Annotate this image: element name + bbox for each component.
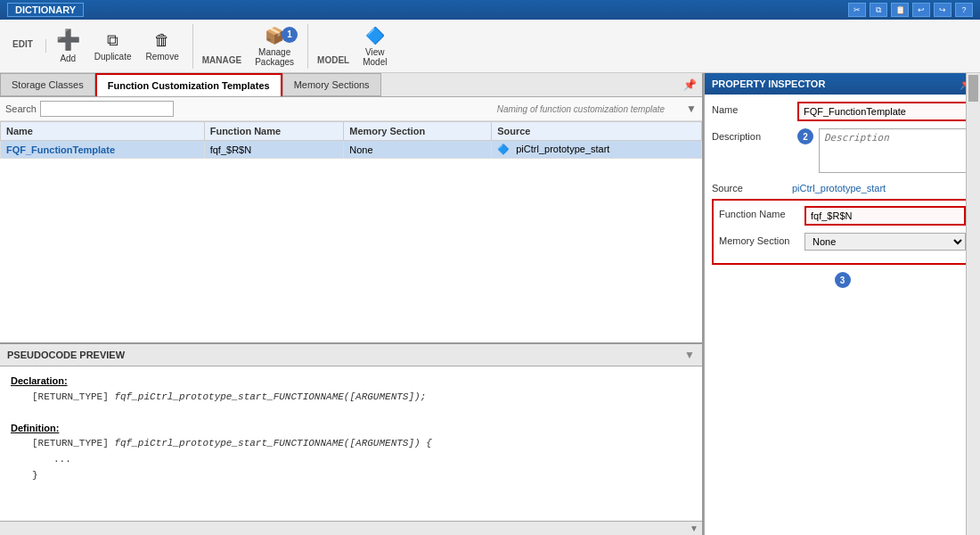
copy-button[interactable]: ⧉: [870, 3, 887, 17]
cut-button[interactable]: ✂: [848, 3, 866, 17]
source-display-value: piCtrl_prototype_start: [792, 183, 886, 193]
main-container: Storage Classes Function Customization T…: [0, 73, 980, 535]
function-memory-group: Function Name Memory Section None Sectio…: [712, 199, 973, 265]
function-name-input[interactable]: [804, 206, 966, 226]
definition-italic: fqf_piCtrl_prototype_start_FUNCTIONNAME(…: [114, 438, 431, 449]
redo-button[interactable]: ↪: [934, 3, 951, 17]
search-input[interactable]: [40, 101, 174, 117]
cell-function-name: fqf_$R$N: [204, 141, 344, 159]
pseudocode-content: Declaration: [RETURN_TYPE] fqf_piCtrl_pr…: [0, 366, 702, 490]
pseudocode-title: PSEUDOCODE PREVIEW: [7, 350, 125, 360]
memory-section-label: Memory Section: [719, 233, 799, 246]
table-row[interactable]: FQF_FunctionTemplate fqf_$R$N None 🔷 piC…: [1, 141, 702, 159]
left-panel: Storage Classes Function Customization T…: [0, 73, 704, 535]
scrollbar-thumb[interactable]: [968, 75, 978, 102]
view-model-label: ViewModel: [363, 47, 387, 67]
tab-bar: Storage Classes Function Customization T…: [0, 73, 702, 97]
right-scrollbar[interactable]: [966, 73, 980, 535]
title-bar-left: DICTIONARY: [7, 3, 84, 17]
tab-memory-sections[interactable]: Memory Sections: [282, 73, 381, 96]
right-panel: PROPERTY INSPECTOR 📌 Name Description 2: [704, 73, 980, 535]
app-title: DICTIONARY: [7, 3, 84, 17]
title-bar: DICTIONARY ✂ ⧉ 📋 ↩ ↪ ?: [0, 0, 980, 20]
col-header-memory-section: Memory Section: [344, 122, 492, 141]
col-header-function-name: Function Name: [204, 122, 344, 141]
model-group: MODEL 🔷 ViewModel: [312, 24, 400, 69]
bottom-bar: ▼: [0, 521, 702, 535]
search-bar: Search Naming of function customization …: [0, 97, 702, 121]
source-icon: 🔷: [497, 144, 510, 154]
naming-hint: Naming of function customization templat…: [497, 104, 682, 114]
tab-storage-classes[interactable]: Storage Classes: [0, 73, 95, 96]
declaration-label: Declaration:: [11, 375, 68, 386]
memory-section-select[interactable]: None Section1 Section2: [804, 233, 966, 251]
badge-3: 3: [835, 272, 851, 288]
remove-label: Remove: [145, 52, 178, 62]
description-row: Description 2: [712, 128, 973, 176]
duplicate-icon: ⧉: [107, 31, 118, 50]
tab-storage-classes-label: Storage Classes: [12, 79, 84, 90]
collapse-icon[interactable]: ▼: [684, 349, 695, 361]
tab-memory-sections-label: Memory Sections: [294, 79, 370, 90]
tab-function-customization[interactable]: Function Customization Templates: [95, 73, 282, 96]
definition-line1: [RETURN_TYPE] fqf_piCtrl_prototype_start…: [32, 436, 691, 452]
description-value-container: [819, 128, 973, 176]
badge-2: 2: [797, 128, 813, 144]
actions-group: ➕ Add ⧉ Duplicate 🗑 Remove: [50, 24, 193, 69]
cell-source: 🔷 piCtrl_prototype_start: [492, 141, 702, 159]
description-textarea[interactable]: [819, 128, 973, 173]
add-label: Add: [60, 54, 76, 63]
duplicate-label: Duplicate: [94, 52, 132, 62]
duplicate-button[interactable]: ⧉ Duplicate: [88, 24, 138, 69]
manage-packages-label: ManagePackages: [255, 47, 294, 67]
name-row: Name: [712, 102, 973, 121]
declaration-italic: fqf_piCtrl_prototype_start_FUNCTIONNAME(…: [114, 391, 426, 402]
function-name-row: Function Name: [719, 206, 966, 226]
remove-icon: 🗑: [154, 31, 170, 50]
search-options-icon[interactable]: ▼: [686, 103, 697, 115]
paste-button[interactable]: 📋: [891, 3, 909, 17]
description-label: Description: [712, 128, 792, 142]
name-input[interactable]: [797, 102, 973, 121]
property-inspector-body: Name Description 2 Source piCtrl_prototy…: [705, 95, 980, 535]
name-label: Name: [712, 102, 792, 115]
col-header-name: Name: [1, 122, 205, 141]
memory-section-row: Memory Section None Section1 Section2: [719, 233, 966, 251]
definition-label: Definition:: [11, 423, 59, 433]
manage-label: MANAGE: [202, 55, 241, 69]
tab-function-customization-label: Function Customization Templates: [108, 80, 270, 91]
pseudocode-header: PSEUDOCODE PREVIEW ▼: [0, 344, 702, 366]
col-header-source: Source: [492, 122, 702, 141]
manage-packages-button[interactable]: 1 📦 ManagePackages: [249, 24, 300, 69]
add-button[interactable]: ➕ Add: [50, 24, 86, 69]
data-table: Name Function Name Memory Section Source…: [0, 121, 702, 159]
cell-memory-section: None: [344, 141, 492, 159]
function-name-value-container: [804, 206, 966, 226]
undo-button[interactable]: ↩: [912, 3, 930, 17]
definition-close: }: [32, 468, 691, 484]
view-model-button[interactable]: 🔷 ViewModel: [356, 24, 393, 69]
manage-group: MANAGE 1 📦 ManagePackages: [197, 24, 308, 69]
edit-group: EDIT: [7, 39, 46, 53]
definition-ellipsis: ...: [53, 452, 691, 468]
property-inspector-header: PROPERTY INSPECTOR 📌: [705, 73, 980, 95]
help-button[interactable]: ?: [955, 3, 973, 17]
view-model-icon: 🔷: [365, 26, 385, 45]
remove-button[interactable]: 🗑 Remove: [139, 24, 184, 69]
pseudocode-area: PSEUDOCODE PREVIEW ▼ Declaration: [RETUR…: [0, 342, 702, 521]
source-label: Source: [712, 183, 792, 193]
property-inspector-title: PROPERTY INSPECTOR: [712, 78, 825, 89]
table-container: Name Function Name Memory Section Source…: [0, 121, 702, 342]
badge-3-container: 3: [712, 272, 973, 288]
scroll-down-icon[interactable]: ▼: [690, 523, 698, 533]
source-value: piCtrl_prototype_start: [516, 144, 609, 154]
toolbar: EDIT ➕ Add ⧉ Duplicate 🗑 Remove MANAGE 1…: [0, 20, 980, 73]
model-label: MODEL: [317, 55, 349, 69]
memory-section-value-container: None Section1 Section2: [804, 233, 966, 251]
tab-pin-icon[interactable]: 📌: [678, 73, 702, 96]
badge-1: 1: [282, 27, 298, 43]
title-bar-right: ✂ ⧉ 📋 ↩ ↪ ?: [848, 3, 973, 17]
function-name-label: Function Name: [719, 206, 799, 219]
cell-name: FQF_FunctionTemplate: [1, 141, 205, 159]
add-icon: ➕: [56, 29, 80, 52]
